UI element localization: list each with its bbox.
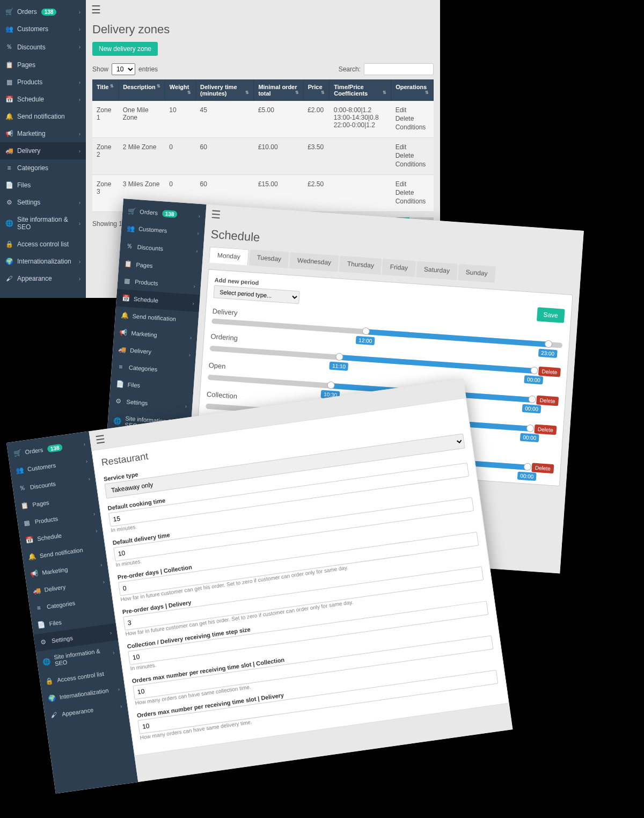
delete-button[interactable]: Delete: [531, 463, 554, 473]
topbar: ☰: [86, 0, 440, 19]
sidebar-item-send-notification[interactable]: 🔔Send notification: [0, 108, 86, 125]
chevron-right-icon: ›: [85, 458, 88, 464]
sidebar-item-label: Schedule: [17, 96, 44, 103]
hamburger-icon[interactable]: ☰: [211, 208, 222, 221]
sidebar-item-schedule[interactable]: 📅Schedule›: [0, 91, 86, 108]
time-badge: 00:00: [517, 471, 537, 480]
sidebar-item-appearance[interactable]: 🖌Appearance›: [0, 270, 86, 287]
chevron-right-icon: ›: [196, 248, 198, 254]
delete-button[interactable]: Delete: [536, 396, 559, 406]
orders-icon: 🛒: [128, 207, 136, 215]
tab-sunday[interactable]: Sunday: [458, 264, 496, 283]
op-delete[interactable]: Delete: [396, 152, 429, 159]
chevron-right-icon: ›: [112, 649, 115, 655]
sidebar-item-label: Settings: [51, 634, 73, 644]
site-information-seo-icon: 🌐: [42, 658, 51, 666]
column-header[interactable]: Weight⇅: [165, 79, 195, 101]
search-input[interactable]: [364, 63, 434, 75]
sidebar-item-delivery[interactable]: 🚚Delivery›: [0, 142, 86, 159]
sidebar-item-customers[interactable]: 👥Customers›: [0, 20, 86, 38]
column-header[interactable]: Time/Price Coefficients⇅: [330, 79, 391, 101]
sidebar-item-site-information-seo[interactable]: 🌐Site information & SEO›: [0, 211, 86, 236]
column-header[interactable]: Delivery time (minutes)⇅: [196, 79, 254, 101]
tab-monday[interactable]: Monday: [209, 246, 249, 265]
delivery-icon: 🚚: [5, 147, 13, 155]
sidebar-item-files[interactable]: 📄Files: [0, 177, 86, 194]
chevron-right-icon: ›: [118, 686, 120, 692]
categories-icon: ≡: [117, 363, 125, 371]
chevron-right-icon: ›: [79, 26, 80, 32]
chevron-right-icon: ›: [93, 510, 96, 516]
sidebar-item-label: Files: [49, 619, 62, 627]
op-edit[interactable]: Edit: [396, 106, 429, 114]
delete-button[interactable]: Delete: [538, 367, 561, 377]
chevron-right-icon: ›: [79, 79, 80, 85]
sidebar-item-pages[interactable]: 📋Pages: [0, 56, 86, 74]
sidebar-item-label: Orders: [140, 208, 158, 216]
tab-saturday[interactable]: Saturday: [416, 261, 458, 280]
sidebar-item-discounts[interactable]: ％Discounts›: [0, 38, 86, 56]
sidebar-item-label: Orders: [17, 8, 37, 16]
sidebar-item-label: Site information & SEO: [54, 646, 109, 667]
op-delete[interactable]: Delete: [396, 189, 429, 196]
search-label: Search:: [339, 65, 361, 73]
categories-icon: ≡: [5, 164, 13, 172]
op-delete[interactable]: Delete: [396, 115, 429, 122]
op-edit[interactable]: Edit: [396, 143, 429, 151]
sidebar-item-label: Internationalization: [59, 687, 109, 700]
sidebar-item-settings[interactable]: ⚙Settings›: [0, 194, 86, 211]
op-conditions[interactable]: Conditions: [396, 160, 429, 168]
sidebar-item-label: Marketing: [17, 130, 46, 137]
files-icon: 📄: [5, 181, 13, 189]
restaurant-window: 🛒Orders138›👥Customers›％Discounts›📋Pages▦…: [6, 378, 513, 793]
sidebar-item-label: Files: [127, 381, 140, 389]
sidebar-item-label: Products: [135, 279, 158, 287]
sidebar-item-label: Access control list: [57, 670, 105, 683]
tab-friday[interactable]: Friday: [382, 259, 416, 277]
entries-select[interactable]: 10: [112, 63, 135, 75]
sidebar-item-internationalization[interactable]: 🌍Internationalization›: [0, 253, 86, 270]
sidebar-item-products[interactable]: ▦Products›: [0, 74, 86, 91]
tab-tuesday[interactable]: Tuesday: [249, 250, 290, 268]
sidebar-item-label: Discounts: [137, 244, 163, 252]
sidebar-item-label: Send notification: [132, 313, 176, 323]
save-button[interactable]: Save: [537, 307, 565, 323]
column-header[interactable]: Minimal order total⇅: [254, 79, 303, 101]
delivery-icon: 🚚: [32, 587, 41, 595]
column-header[interactable]: Operations⇅: [391, 79, 434, 101]
sidebar-item-marketing[interactable]: 📢Marketing›: [0, 125, 86, 142]
sidebar-item-access-control-list[interactable]: 🔒Access control list: [0, 236, 86, 253]
sidebar-item-orders[interactable]: 🛒Orders138›: [0, 3, 86, 20]
categories-icon: ≡: [34, 604, 43, 612]
sidebar-item-categories[interactable]: ≡Categories: [0, 159, 86, 177]
delete-button[interactable]: Delete: [534, 425, 557, 435]
column-header[interactable]: Description⇅: [119, 79, 165, 101]
chevron-right-icon: ›: [188, 352, 191, 357]
chevron-right-icon: ›: [100, 561, 103, 567]
sidebar-item-label: Pages: [32, 499, 50, 508]
tab-wednesday[interactable]: Wednesday: [289, 252, 339, 272]
tab-thursday[interactable]: Thursday: [339, 255, 382, 274]
hamburger-icon[interactable]: ☰: [91, 3, 101, 16]
hamburger-icon[interactable]: ☰: [94, 432, 106, 446]
chevron-right-icon: ›: [79, 259, 80, 265]
content-area: ☰ Restaurant Service typeTakeaway onlyDe…: [89, 378, 513, 782]
column-header[interactable]: Title⇅: [92, 79, 119, 101]
sidebar: 🛒Orders138›👥Customers›％Discounts›📋Pages▦…: [0, 0, 86, 298]
entries-label: entries: [138, 65, 158, 73]
new-delivery-zone-button[interactable]: New delivery zone: [92, 42, 158, 56]
chevron-right-icon: ›: [79, 97, 80, 103]
chevron-right-icon: ›: [79, 9, 80, 15]
pages-icon: 📋: [5, 61, 13, 69]
op-edit[interactable]: Edit: [396, 180, 429, 188]
internationalization-icon: 🌍: [5, 258, 13, 265]
sidebar-item-label: Marketing: [42, 566, 68, 576]
time-badge: 12:00: [356, 336, 375, 345]
show-label: Show: [92, 65, 108, 73]
sidebar-item-label: Pages: [17, 61, 35, 69]
op-conditions[interactable]: Conditions: [396, 123, 429, 131]
column-header[interactable]: Price⇅: [303, 79, 330, 101]
chevron-right-icon: ›: [79, 221, 80, 227]
op-conditions[interactable]: Conditions: [396, 198, 429, 205]
chevron-right-icon: ›: [103, 579, 105, 585]
